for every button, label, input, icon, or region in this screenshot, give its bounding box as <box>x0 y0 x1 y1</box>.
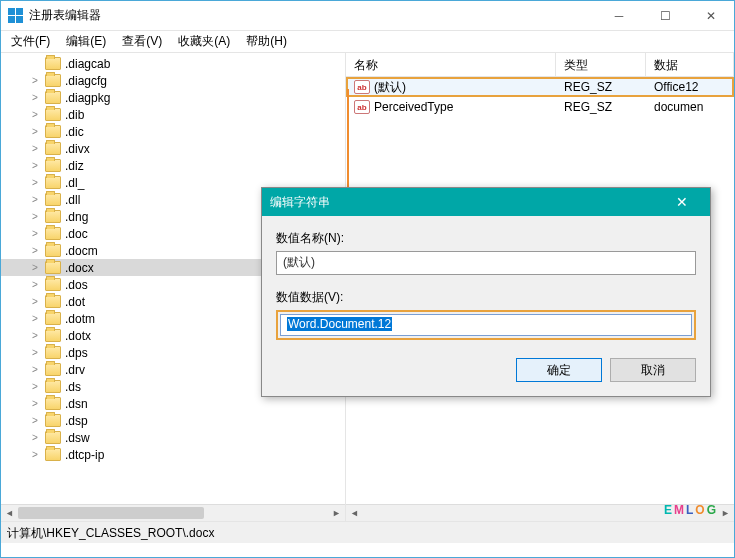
minimize-button[interactable]: ─ <box>596 1 642 31</box>
folder-icon <box>45 193 61 206</box>
expand-icon[interactable]: > <box>29 177 41 188</box>
folder-icon <box>45 159 61 172</box>
menubar: 文件(F) 编辑(E) 查看(V) 收藏夹(A) 帮助(H) <box>1 31 734 53</box>
tree-item-label: .dl_ <box>65 176 84 190</box>
menu-favorites[interactable]: 收藏夹(A) <box>172 31 236 52</box>
tree-item[interactable]: >.divx <box>1 140 345 157</box>
folder-icon <box>45 74 61 87</box>
folder-icon <box>45 227 61 240</box>
menu-edit[interactable]: 编辑(E) <box>60 31 112 52</box>
tree-item-label: .ds <box>65 380 81 394</box>
expand-icon[interactable]: > <box>29 347 41 358</box>
window-controls: ─ ☐ ✕ <box>596 1 734 31</box>
tree-item[interactable]: .diagcab <box>1 55 345 72</box>
ok-button[interactable]: 确定 <box>516 358 602 382</box>
folder-icon <box>45 261 61 274</box>
expand-icon[interactable]: > <box>29 330 41 341</box>
maximize-button[interactable]: ☐ <box>642 1 688 31</box>
tree-item[interactable]: >.diz <box>1 157 345 174</box>
expand-icon[interactable]: > <box>29 415 41 426</box>
tree-item[interactable]: >.dsp <box>1 412 345 429</box>
expand-icon[interactable]: > <box>29 296 41 307</box>
tree-item-label: .divx <box>65 142 90 156</box>
tree-item[interactable]: >.dtcp-ip <box>1 446 345 463</box>
tree-item-label: .dsp <box>65 414 88 428</box>
folder-icon <box>45 210 61 223</box>
expand-icon[interactable]: > <box>29 432 41 443</box>
expand-icon[interactable]: > <box>29 364 41 375</box>
menu-view[interactable]: 查看(V) <box>116 31 168 52</box>
expand-icon[interactable]: > <box>29 381 41 392</box>
tree-item-label: .diagpkg <box>65 91 110 105</box>
expand-icon[interactable]: > <box>29 160 41 171</box>
expand-icon[interactable]: > <box>29 126 41 137</box>
col-type[interactable]: 类型 <box>556 53 646 76</box>
value-data-highlight: Word.Document.12 <box>276 310 696 340</box>
value-data: documen <box>648 100 732 114</box>
menu-help[interactable]: 帮助(H) <box>240 31 293 52</box>
tree-item-label: .dos <box>65 278 88 292</box>
close-button[interactable]: ✕ <box>688 1 734 31</box>
tree-item[interactable]: >.dsn <box>1 395 345 412</box>
window-title: 注册表编辑器 <box>29 7 596 24</box>
tree-item[interactable]: >.dic <box>1 123 345 140</box>
tree-item[interactable]: >.dsw <box>1 429 345 446</box>
expand-icon[interactable]: > <box>29 194 41 205</box>
folder-icon <box>45 176 61 189</box>
menu-file[interactable]: 文件(F) <box>5 31 56 52</box>
dialog-title: 编辑字符串 <box>270 194 662 211</box>
tree-item-label: .dotm <box>65 312 95 326</box>
expand-icon[interactable]: > <box>29 228 41 239</box>
tree-item[interactable]: >.diagpkg <box>1 89 345 106</box>
list-row[interactable]: abPerceivedTypeREG_SZdocumen <box>346 97 734 117</box>
expand-icon[interactable]: > <box>29 92 41 103</box>
titlebar: 注册表编辑器 ─ ☐ ✕ <box>1 1 734 31</box>
scroll-right-icon[interactable]: ► <box>717 505 734 521</box>
expand-icon[interactable]: > <box>29 279 41 290</box>
expand-icon[interactable]: > <box>29 262 41 273</box>
list-row[interactable]: ab(默认)REG_SZOffice12 <box>346 77 734 97</box>
folder-icon <box>45 448 61 461</box>
expand-icon[interactable]: > <box>29 313 41 324</box>
col-name[interactable]: 名称 <box>346 53 556 76</box>
list-body: ab(默认)REG_SZOffice12abPerceivedTypeREG_S… <box>346 77 734 117</box>
expand-icon[interactable]: > <box>29 245 41 256</box>
app-icon <box>7 8 23 24</box>
tree-item-label: .dps <box>65 346 88 360</box>
scroll-right-icon[interactable]: ► <box>328 505 345 521</box>
expand-icon[interactable]: > <box>29 449 41 460</box>
tree-item-label: .dsw <box>65 431 90 445</box>
folder-icon <box>45 57 61 70</box>
expand-icon[interactable]: > <box>29 143 41 154</box>
value-name: PerceivedType <box>374 100 453 114</box>
tree-item-label: .diagcab <box>65 57 110 71</box>
value-name-label: 数值名称(N): <box>276 230 696 247</box>
dialog-titlebar[interactable]: 编辑字符串 ✕ <box>262 188 710 216</box>
value-name-input[interactable]: (默认) <box>276 251 696 275</box>
edit-string-dialog: 编辑字符串 ✕ 数值名称(N): (默认) 数值数据(V): Word.Docu… <box>261 187 711 397</box>
string-value-icon: ab <box>354 100 370 114</box>
folder-icon <box>45 278 61 291</box>
value-data-input[interactable]: Word.Document.12 <box>280 314 692 336</box>
dialog-body: 数值名称(N): (默认) 数值数据(V): Word.Document.12 … <box>262 216 710 396</box>
statusbar: 计算机\HKEY_CLASSES_ROOT\.docx <box>1 521 734 543</box>
watermark-logo: EMLOG <box>664 478 718 523</box>
tree-item[interactable]: >.dib <box>1 106 345 123</box>
folder-icon <box>45 414 61 427</box>
expand-icon[interactable]: > <box>29 211 41 222</box>
folder-icon <box>45 125 61 138</box>
scroll-left-icon[interactable]: ◄ <box>346 505 363 521</box>
cancel-button[interactable]: 取消 <box>610 358 696 382</box>
expand-icon[interactable]: > <box>29 109 41 120</box>
col-data[interactable]: 数据 <box>646 53 734 76</box>
scroll-left-icon[interactable]: ◄ <box>1 505 18 521</box>
tree-item-label: .dng <box>65 210 88 224</box>
expand-icon[interactable]: > <box>29 75 41 86</box>
expand-icon[interactable]: > <box>29 398 41 409</box>
scroll-thumb[interactable] <box>18 507 204 519</box>
folder-icon <box>45 380 61 393</box>
tree-hscrollbar[interactable]: ◄ ► <box>1 504 345 521</box>
dialog-close-button[interactable]: ✕ <box>662 194 702 210</box>
folder-icon <box>45 312 61 325</box>
tree-item[interactable]: >.diagcfg <box>1 72 345 89</box>
